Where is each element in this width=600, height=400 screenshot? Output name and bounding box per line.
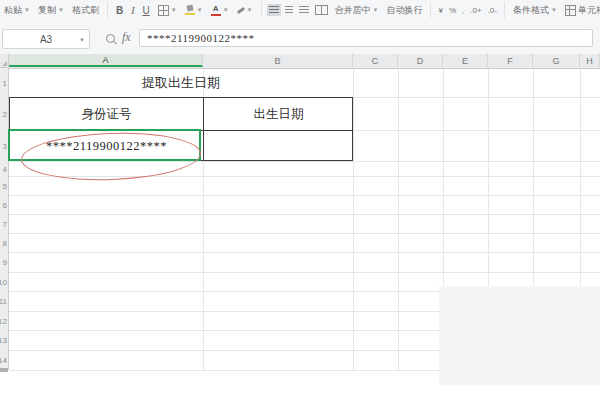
column-header-d[interactable]: D [398,54,443,67]
increase-decimal-button[interactable]: .0+ [470,6,481,15]
formula-input[interactable]: ****2119900122**** [139,29,593,47]
column-header-a[interactable]: A [9,54,203,67]
cell-style-label: 单元格样式 [578,4,600,17]
conditional-format-button[interactable]: 条件格式▼ [513,4,557,17]
fill-color-button[interactable]: ▼ [185,5,203,15]
row-number[interactable]: 9 [0,258,7,267]
title-cell[interactable]: 提取出生日期 [9,68,353,97]
birthdate-header-cell[interactable]: 出生日期 [204,98,353,130]
row-number[interactable]: 14 [0,356,7,365]
id-header-cell[interactable]: 身份证号 [10,98,203,130]
decrease-decimal-button[interactable]: .0- [488,6,497,15]
select-all-corner[interactable] [0,54,9,68]
align-left-button[interactable] [269,6,279,14]
column-header-h[interactable]: H [580,54,600,67]
copy-label: 复制 [38,4,56,17]
comma-format-button[interactable]: , [462,6,464,15]
name-box-value: A3 [40,34,52,45]
overlay-panel [439,286,600,385]
column-header-f[interactable]: F [488,54,533,67]
column-header-row: ABCDEFGH [0,54,600,69]
chevron-down-icon: ▼ [79,37,85,43]
toolbar-separator [261,2,262,18]
birthdate-value-cell[interactable] [204,131,353,161]
fill-color-icon [185,5,195,15]
toolbar-separator [504,2,505,18]
chevron-down-icon: ▼ [197,7,203,13]
chevron-down-icon: ▼ [551,7,557,13]
row-number[interactable]: 10 [0,278,7,287]
wrap-text-label: 自动换行 [386,4,422,17]
row-header-column: 1234567891011121314 [0,68,9,370]
gridline-horizontal [9,252,600,253]
insert-function-icon[interactable]: fx [122,30,131,45]
gridline-vertical [353,68,354,370]
row-number[interactable]: 8 [0,239,7,248]
percent-format-button[interactable]: % [449,6,456,15]
spreadsheet-app: 粘贴▼ 复制▼ 格式刷 B I U ▼ ▼ A▼ ▼ 合并居中▼ 自动换行 ¥ … [0,0,600,400]
column-header-g[interactable]: G [533,54,580,67]
gridline-horizontal [9,272,600,273]
format-painter-label: 格式刷 [72,4,99,17]
row-number[interactable]: 1 [0,79,7,88]
align-center-button[interactable] [285,6,293,14]
paste-button[interactable]: 粘贴▼ [4,4,30,17]
paste-label: 粘贴 [4,4,22,17]
gridline-horizontal [9,233,600,234]
row-number[interactable]: 7 [0,220,7,229]
row-number[interactable]: 6 [0,201,7,210]
align-right-button[interactable] [299,6,309,14]
column-header-e[interactable]: E [443,54,488,67]
merge-center-label: 合并居中 [335,4,371,17]
chevron-down-icon: ▼ [171,7,177,13]
column-header-b[interactable]: B [203,54,353,67]
bold-button[interactable]: B [116,5,123,16]
row-number[interactable]: 12 [0,317,7,326]
gridline-vertical [398,68,399,370]
chevron-down-icon: ▼ [24,7,30,13]
magnifier-icon[interactable] [106,34,115,43]
toolbar-separator [430,2,431,18]
underline-button[interactable]: U [142,5,149,16]
merge-center-button[interactable]: 合并居中▼ [335,4,379,17]
row-number[interactable]: 4 [0,165,7,174]
borders-button[interactable]: ▼ [158,5,177,16]
ribbon-toolbar: 粘贴▼ 复制▼ 格式刷 B I U ▼ ▼ A▼ ▼ 合并居中▼ 自动换行 ¥ … [0,0,600,23]
row-number[interactable]: 3 [0,142,7,151]
toolbar-separator [107,2,108,18]
font-color-icon: A [211,5,221,16]
pen-icon [236,6,244,13]
conditional-format-label: 条件格式 [513,4,549,17]
copy-button[interactable]: 复制▼ [38,4,64,17]
font-color-button[interactable]: A▼ [211,5,229,16]
column-header-c[interactable]: C [353,54,398,67]
formula-bar: A3 ▼ fx ****2119900122**** [0,22,600,55]
highlight-button[interactable]: ▼ [237,7,253,13]
chevron-down-icon: ▼ [58,7,64,13]
gridline-horizontal [9,214,600,215]
formula-value: ****2119900122**** [147,32,255,44]
table-style-icon [565,5,576,16]
merge-cells-icon[interactable] [315,5,328,15]
row-number[interactable]: 13 [0,336,7,345]
format-painter-button[interactable]: 格式刷 [72,4,99,17]
row-number-fragment [0,368,8,372]
sheet-grid: ABCDEFGH 1234567891011121314 提取出生日期 身份证号… [0,54,600,400]
chevron-down-icon: ▼ [373,7,379,13]
italic-button[interactable]: I [131,5,134,16]
row-number[interactable]: 2 [0,110,7,119]
row-number[interactable]: 11 [0,297,7,306]
wrap-text-button[interactable]: 自动换行 [386,4,422,17]
row-number[interactable]: 5 [0,182,7,191]
borders-icon [158,5,169,16]
name-box[interactable]: A3 ▼ [2,29,90,49]
cell-style-button[interactable]: 单元格样式 [565,4,600,17]
currency-format-button[interactable]: ¥ [438,6,442,15]
chevron-down-icon: ▼ [223,7,229,13]
gridline-horizontal [9,195,600,196]
chevron-down-icon: ▼ [247,7,253,13]
